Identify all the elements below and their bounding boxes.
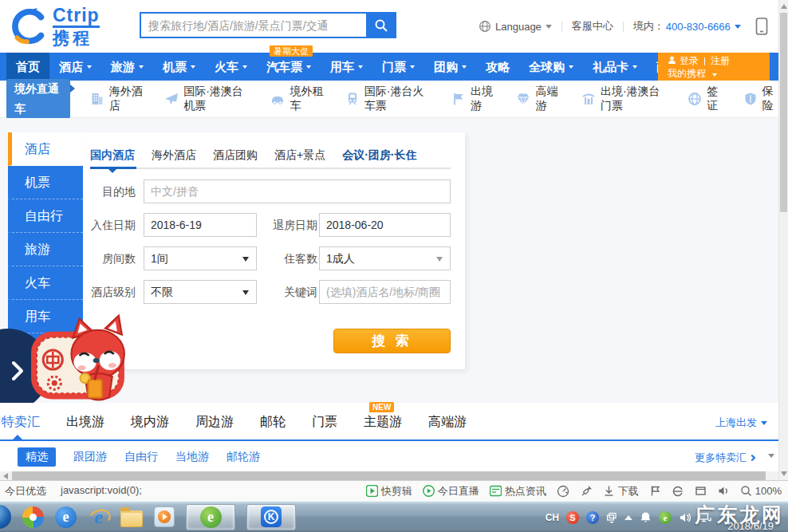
keyword-input[interactable] (319, 280, 451, 304)
deals-tab-outbound[interactable]: 出境游 (66, 414, 104, 431)
language-menu[interactable]: Language (479, 20, 552, 33)
deals-tab-theme[interactable]: 主题游 (364, 414, 402, 431)
subnav-cruise-tour[interactable]: 邮轮游 (227, 450, 260, 464)
ctrip-logo[interactable]: Ctrip 携程 (8, 6, 100, 46)
nav-flights[interactable]: 机票 (153, 53, 205, 81)
tab-meeting-longstay[interactable]: 会议·团房·长住 (342, 148, 416, 163)
mobile-app-icon[interactable] (755, 18, 768, 35)
nav-travel[interactable]: 旅游 (101, 53, 153, 81)
subnav-diy-tour[interactable]: 自由行 (124, 450, 158, 464)
destination-input[interactable] (144, 179, 451, 203)
taskbar-360-safe-icon[interactable] (22, 506, 44, 528)
game-boost-button[interactable] (580, 485, 593, 498)
taskbar-ie-icon[interactable]: e (88, 506, 109, 528)
taskbar-explorer-icon[interactable] (120, 510, 143, 527)
horizontal-scroll-thumb[interactable] (12, 471, 766, 480)
nav-hotel[interactable]: 酒店 (49, 53, 101, 81)
scroll-left-arrow[interactable] (3, 473, 8, 479)
mascot-sticker[interactable] (29, 313, 131, 403)
report-button[interactable] (649, 485, 661, 497)
nav-bus[interactable]: 汽车票 (257, 53, 321, 81)
my-ctrip-link[interactable]: 我的携程 (668, 68, 706, 79)
start-button[interactable] (0, 505, 11, 529)
visa-link[interactable]: 签证 (688, 85, 723, 113)
tab-domestic-hotel[interactable]: 国内酒店 (90, 148, 135, 163)
nav-tickets[interactable]: 门票 (372, 53, 424, 81)
nav-globalshop[interactable]: 全球购 (519, 53, 583, 81)
taskbar-360-speed-browser-button[interactable]: e (186, 504, 235, 530)
subnav-featured[interactable]: 精选 (18, 447, 56, 467)
more-deals-link[interactable]: 更多特卖汇 (695, 451, 755, 465)
speed-mode-button[interactable] (557, 485, 569, 498)
rooms-select[interactable]: 1间 (144, 246, 257, 270)
deals-tab-tickets[interactable]: 门票 (312, 414, 337, 431)
deals-tab-luxury[interactable]: 高端游 (428, 414, 467, 431)
mute-button[interactable] (717, 485, 730, 497)
nav-guides[interactable]: 攻略 (476, 53, 519, 81)
dropdown-caret-icon[interactable] (768, 454, 774, 458)
taskbar-media-player-icon[interactable] (154, 506, 175, 527)
restore-windows-icon[interactable] (606, 512, 617, 523)
luxury-travel-link[interactable]: 高端游 (516, 85, 561, 113)
nav-trains[interactable]: 火车 (205, 53, 257, 81)
register-link[interactable]: 注册 (711, 55, 730, 66)
deals-tab-domestic[interactable]: 境内游 (131, 414, 169, 431)
scroll-up-arrow[interactable] (781, 4, 787, 9)
horizontal-scrollbar[interactable] (0, 471, 778, 480)
intl-flights-link[interactable]: 国际·港澳台机票 (164, 85, 250, 113)
tab-hotel-groupbuy[interactable]: 酒店团购 (213, 148, 258, 163)
guests-select[interactable]: 1成人 (319, 246, 451, 270)
hotel-search-submit-button[interactable]: 搜 索 (333, 329, 451, 353)
sogou-tray-icon[interactable]: S (566, 511, 579, 524)
hot-news-tool[interactable]: 热点资讯 (490, 484, 546, 499)
taskbar-quick-clip-button[interactable]: K (246, 504, 296, 530)
sidebar-item-flights[interactable]: 机票 (8, 166, 83, 199)
download-button[interactable]: 下载 (603, 484, 639, 499)
subnav-local-tour[interactable]: 当地游 (175, 450, 209, 464)
notification-bell-icon[interactable] (640, 511, 652, 523)
deals-tab-nearby[interactable]: 周边游 (195, 414, 234, 431)
nav-giftcard[interactable]: 礼品卡 (583, 53, 647, 81)
overseas-express-button[interactable]: 境外直通车 (6, 79, 70, 119)
ie-compat-button[interactable] (672, 485, 684, 498)
intl-train-tickets-link[interactable]: 国际·港台火车票 (345, 85, 431, 113)
help-tray-icon[interactable]: ? (586, 511, 599, 524)
nav-car[interactable]: 用车 (321, 53, 372, 81)
checkin-date-input[interactable] (144, 213, 257, 237)
vertical-scroll-thumb[interactable] (780, 13, 787, 212)
multi-window-button[interactable] (695, 485, 707, 497)
insurance-link[interactable]: 保险 (743, 85, 778, 113)
deals-tab-sale[interactable]: 特卖汇 (2, 414, 40, 431)
360-tray-icon[interactable]: e (659, 511, 672, 524)
live-tool[interactable]: 今日直播 (423, 484, 479, 499)
tab-overseas-hotel[interactable]: 海外酒店 (152, 148, 196, 163)
show-hidden-icons-button[interactable] (624, 515, 632, 520)
sidebar-item-hotel[interactable]: 酒店 (8, 132, 83, 166)
nav-home[interactable]: 首页 (6, 53, 49, 81)
outbound-tours-link[interactable]: 出境游 (451, 85, 496, 113)
network-tray-icon[interactable] (699, 512, 711, 523)
sidebar-item-tours[interactable]: 旅游 (8, 233, 83, 266)
outbound-attraction-tickets-link[interactable]: 出境·港澳台门票 (581, 85, 668, 113)
zoom-control[interactable]: 100% (740, 485, 782, 497)
subnav-group-tour[interactable]: 跟团游 (73, 450, 107, 464)
departure-city-link[interactable]: 上海出发 (715, 416, 767, 430)
checkout-date-input[interactable] (319, 213, 451, 237)
scroll-down-arrow[interactable] (781, 471, 787, 476)
search-input[interactable] (140, 12, 366, 38)
vertical-scrollbar[interactable] (778, 0, 788, 480)
login-link[interactable]: 登录 (680, 55, 699, 66)
volume-tray-icon[interactable] (679, 512, 691, 523)
sidebar-item-trains[interactable]: 火车 (8, 266, 83, 300)
hotel-grade-select[interactable]: 不限 (144, 280, 257, 304)
input-language-indicator[interactable]: CH (546, 512, 559, 523)
overseas-car-rental-link[interactable]: 境外租车 (270, 85, 325, 113)
sidebar-item-diy-travel[interactable]: 自由行 (8, 199, 83, 233)
quick-clip-tool[interactable]: 快剪辑 (366, 484, 412, 499)
tab-hotel-attraction[interactable]: 酒店+景点 (274, 148, 325, 163)
deals-tab-cruise[interactable]: 邮轮 (260, 414, 286, 431)
nav-groupbuy[interactable]: 团购 (424, 53, 476, 81)
taskbar-360-browser-icon[interactable]: e (55, 506, 77, 528)
search-button[interactable] (366, 12, 396, 38)
overseas-hotels-link[interactable]: 海外酒店 (90, 85, 144, 113)
